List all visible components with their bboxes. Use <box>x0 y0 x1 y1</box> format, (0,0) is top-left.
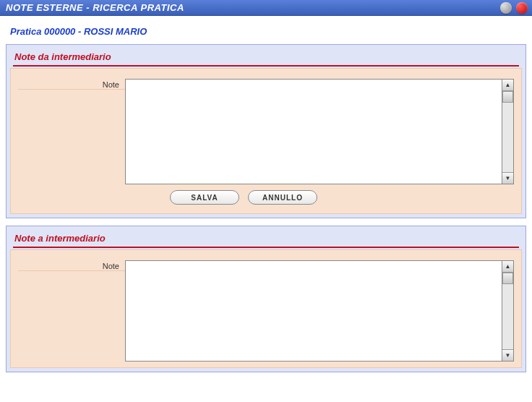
note-input-da[interactable] <box>125 79 502 184</box>
note-label-da: Note <box>18 79 125 90</box>
textarea-wrap-da: ▲ ▼ <box>125 79 514 184</box>
scrollbar-a[interactable]: ▲ ▼ <box>502 260 514 362</box>
close-icon[interactable] <box>516 2 528 14</box>
salva-button[interactable]: SALVA <box>170 190 239 205</box>
title-bar: NOTE ESTERNE - RICERCA PRATICA <box>0 0 532 16</box>
panel-inner-a: Note ▲ ▼ <box>10 249 522 368</box>
scroll-down-icon[interactable]: ▼ <box>502 172 513 184</box>
window-title: NOTE ESTERNE - RICERCA PRATICA <box>6 2 184 13</box>
panel-note-da-intermediario: Note da intermediario Note ▲ ▼ SALVA ANN… <box>6 44 526 218</box>
button-row-da: SALVA ANNULLO <box>170 190 514 205</box>
scroll-track[interactable] <box>502 284 513 349</box>
note-input-a[interactable] <box>125 260 502 362</box>
textarea-wrap-a: ▲ ▼ <box>125 260 514 362</box>
window-controls <box>500 2 528 14</box>
scroll-track[interactable] <box>502 103 513 172</box>
annullo-button[interactable]: ANNULLO <box>248 190 317 205</box>
form-row-note-a: Note ▲ ▼ <box>18 260 514 362</box>
divider <box>13 65 519 67</box>
scroll-up-icon[interactable]: ▲ <box>502 80 513 91</box>
panel-note-a-intermediario: Note a intermediario Note ▲ ▼ <box>6 226 526 372</box>
panel-title-da: Note da intermediario <box>14 51 522 62</box>
form-row-note-da: Note ▲ ▼ <box>18 79 514 184</box>
scroll-down-icon[interactable]: ▼ <box>502 349 513 361</box>
minimize-icon[interactable] <box>500 2 512 14</box>
panel-inner-da: Note ▲ ▼ SALVA ANNULLO <box>10 68 522 214</box>
scroll-thumb[interactable] <box>502 273 513 284</box>
scroll-up-icon[interactable]: ▲ <box>502 261 513 273</box>
note-label-a: Note <box>18 260 125 271</box>
scroll-thumb[interactable] <box>502 91 513 103</box>
panel-title-a: Note a intermediario <box>14 233 522 244</box>
scrollbar-da[interactable]: ▲ ▼ <box>502 79 514 184</box>
divider <box>13 247 519 248</box>
content-area: Pratica 000000 - ROSSI MARIO Note da int… <box>0 16 532 402</box>
pratica-header: Pratica 000000 - ROSSI MARIO <box>10 26 523 37</box>
